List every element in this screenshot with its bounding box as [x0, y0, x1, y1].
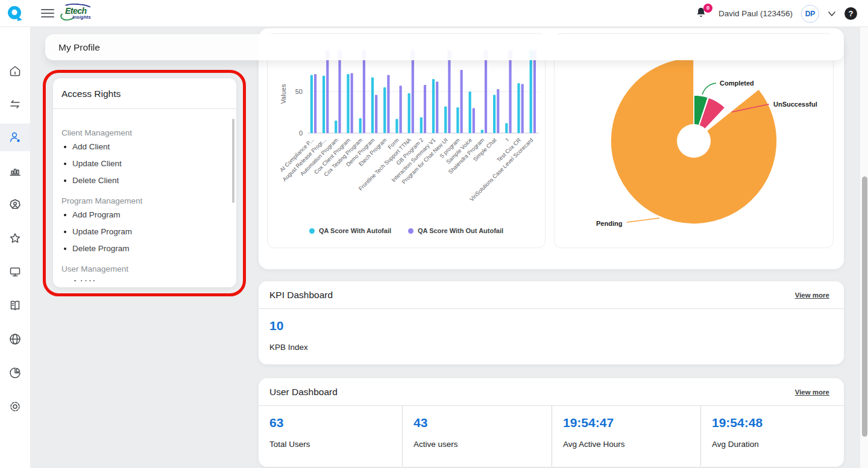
sidebar-item-home[interactable]	[0, 57, 30, 85]
access-rights-title: Access Rights	[53, 78, 236, 99]
svg-text:Completed: Completed	[720, 80, 754, 87]
sidebar-item-favorites[interactable]	[0, 225, 30, 252]
sidebar-item-settings[interactable]	[0, 393, 30, 420]
page-scrollbar-thumb[interactable]	[862, 176, 867, 437]
access-right-item-label: Update Client	[72, 159, 122, 168]
sidebar-item-profile-active[interactable]	[0, 123, 30, 151]
kpi-stat-label: KPB Index	[269, 343, 844, 352]
user-stat-total-users: 63 Total Users	[259, 406, 402, 466]
star-icon	[8, 231, 22, 246]
user-stat-active-users: 43 Active users	[402, 406, 552, 466]
kpi-view-more-link[interactable]: View more	[795, 292, 829, 299]
svg-text:UnSuccessful: UnSuccessful	[773, 101, 817, 108]
bar-chart-icon	[8, 164, 22, 178]
sidebar-item-monitor[interactable]	[0, 258, 30, 285]
help-icon[interactable]: ?	[844, 7, 857, 20]
access-right-item-label: Add Program	[72, 210, 121, 219]
user-dashboard-header: User Dashboard View more	[259, 378, 844, 406]
svg-text:Pending: Pending	[596, 220, 622, 227]
chevron-down-icon[interactable]	[828, 11, 836, 17]
access-right-item: Add Client	[61, 139, 228, 154]
bullet-dot	[64, 248, 66, 250]
access-section-title: User Management	[61, 264, 228, 273]
etech-insights-logo: Etech Insights	[60, 2, 95, 25]
qa-score-bar-chart-card: Values500AI Compliance P...August Releas…	[267, 33, 546, 248]
user-stat-avg-duration: 19:54:48 Avg Duration	[700, 406, 844, 466]
quality-badge-icon	[8, 198, 22, 212]
user-name[interactable]: David Paul (123456)	[719, 9, 793, 18]
stat-value: 19:54:47	[563, 416, 700, 430]
stat-value: 43	[414, 416, 552, 430]
access-right-item-label: Update Program	[72, 227, 132, 236]
access-rights-list: Client ManagementAdd ClientUpdate Client…	[53, 116, 236, 281]
menu-hamburger-icon[interactable]	[41, 8, 54, 19]
divider	[53, 108, 236, 109]
notifications-bell-icon[interactable]: 0	[694, 6, 710, 22]
sidebar-item-global[interactable]	[0, 325, 30, 353]
user-dashboard-card: User Dashboard View more 63 Total Users4…	[259, 378, 844, 467]
status-pie-chart-card: CompletedUnSuccessfulPending	[554, 33, 834, 248]
kpi-stat-value: 10	[269, 319, 844, 333]
sidebar-item-analytics[interactable]	[0, 359, 30, 387]
access-right-item-label: Add User	[72, 278, 106, 281]
stat-value: 19:54:48	[712, 416, 844, 430]
legend-color-dot	[408, 228, 414, 234]
bullet-dot	[64, 146, 66, 148]
access-right-item: Delete Program	[61, 241, 228, 256]
user-view-more-link[interactable]: View more	[795, 388, 829, 396]
legend-label: QA Score With Out Autofail	[418, 227, 503, 234]
logo-text-insights: Insights	[72, 14, 91, 20]
stat-label: Avg Active Hours	[563, 440, 700, 449]
legend-color-dot	[309, 228, 315, 234]
svg-text:Values: Values	[280, 84, 287, 104]
legend-label: QA Score With Autofail	[319, 227, 391, 234]
bullet-dot	[64, 179, 66, 182]
page-title: My Profile	[58, 42, 100, 53]
top-bar: Etech Insights 0 David Paul (123456) DP …	[0, 0, 868, 27]
access-section-title: Client Management	[61, 128, 228, 137]
stat-label: Total Users	[269, 440, 402, 449]
sidebar-item-transfers[interactable]	[0, 90, 30, 118]
access-right-item-label: Add Client	[72, 142, 110, 151]
kpi-dashboard-title: KPI Dashboard	[269, 290, 333, 301]
access-right-item: Update Client	[61, 156, 228, 171]
bar-chart-legend: QA Score With Autofail QA Score With Out…	[268, 227, 545, 234]
legend-item[interactable]: QA Score With Out Autofail	[408, 227, 503, 234]
access-rights-card: Access Rights Client ManagementAdd Clien…	[53, 78, 236, 287]
bullet-dot	[64, 163, 66, 165]
status-donut-chart[interactable]: CompletedUnSuccessfulPending	[555, 34, 834, 248]
topbar-right-cluster: 0 David Paul (123456) DP ?	[694, 0, 857, 27]
monitor-icon	[8, 264, 22, 279]
open-book-icon	[8, 298, 22, 313]
app-logo-q-icon	[0, 0, 30, 27]
access-right-item-label: Delete Program	[72, 244, 130, 253]
sidebar-item-quality[interactable]	[0, 191, 30, 219]
sidebar-nav	[0, 27, 30, 468]
stat-label: Active users	[414, 440, 552, 449]
access-right-item: Delete Client	[61, 173, 228, 188]
svg-text:0: 0	[299, 129, 303, 137]
dashboard-page: Values500AI Compliance P...August Releas…	[0, 0, 868, 468]
bullet-dot	[64, 214, 66, 216]
user-avatar[interactable]: DP	[801, 5, 819, 23]
sidebar-item-reports[interactable]	[0, 157, 30, 185]
access-right-item: Update Program	[61, 224, 228, 239]
svg-text:50: 50	[295, 88, 303, 95]
globe-icon	[8, 332, 22, 346]
sidebar-item-knowledge[interactable]	[0, 292, 30, 319]
access-list-scrollbar[interactable]	[232, 119, 234, 203]
charts-container: Values500AI Compliance P...August Releas…	[259, 28, 844, 269]
bullet-dot	[64, 231, 66, 233]
svg-text:t: t	[505, 137, 510, 142]
kpi-dashboard-card: KPI Dashboard View more 10 KPB Index	[259, 281, 844, 364]
access-right-item-label: Delete Client	[72, 176, 119, 185]
access-right-item: Add Program	[61, 207, 228, 222]
stat-label: Avg Duration	[712, 440, 844, 449]
user-dashboard-title: User Dashboard	[269, 387, 338, 398]
user-settings-icon	[8, 130, 22, 145]
page-scrollbar-track[interactable]	[860, 27, 868, 468]
qa-score-bar-chart[interactable]: Values500AI Compliance P...August Releas…	[268, 34, 546, 226]
legend-item[interactable]: QA Score With Autofail	[309, 227, 391, 234]
page-title-card: My Profile	[45, 34, 844, 60]
kpi-dashboard-header: KPI Dashboard View more	[259, 281, 844, 309]
